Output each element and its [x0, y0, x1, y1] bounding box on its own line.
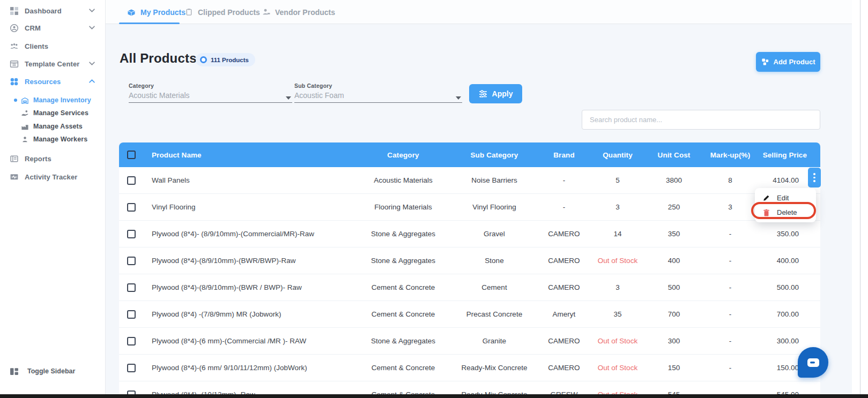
table-row: Plywood (8*4) -(7/8/9mm) MR (Jobwork) Ce… — [119, 301, 820, 328]
cell-category: Stone & Aggregates — [358, 337, 449, 345]
tab-label: My Products — [140, 8, 186, 17]
col-markup: Mark-up(%) — [701, 151, 760, 159]
row-checkbox[interactable] — [127, 310, 136, 319]
sidebar-item-label: Clients — [25, 42, 48, 50]
sidebar-item-label: Manage Assets — [33, 123, 83, 130]
sidebar-item-resources[interactable]: Resources — [0, 74, 106, 89]
sidebar-item-label: Manage Services — [33, 109, 88, 117]
toggle-sidebar-icon — [10, 367, 19, 376]
row-checkbox[interactable] — [127, 364, 136, 372]
row-checkbox[interactable] — [127, 176, 136, 185]
scrollbar-track[interactable] — [852, 0, 868, 398]
chevron-down-icon — [89, 9, 95, 12]
vendor-products-icon — [262, 8, 270, 16]
cell-product-name: Plywood (8*4) -(7/8/9mm) MR (Jobwork) — [143, 310, 358, 318]
main-area: My Products Clipped Products Vendor Prod… — [106, 0, 868, 398]
select-all-checkbox[interactable] — [127, 151, 136, 159]
search-input[interactable] — [582, 110, 820, 130]
chevron-down-icon — [89, 26, 95, 29]
cell-sub-category: Cement — [449, 283, 540, 291]
sidebar-item-label: CRM — [25, 24, 41, 32]
cell-product-name: Plywood (8*4)-(6 mm)-(Commercial /MR )- … — [143, 337, 358, 345]
cell-brand: CAMERO — [540, 257, 588, 265]
cell-selling-price: 350.00 — [760, 230, 820, 238]
cell-brand: CAMERO — [540, 337, 588, 345]
row-checkbox[interactable] — [127, 283, 136, 292]
manage-inventory-icon — [21, 96, 29, 104]
sidebar-item-crm[interactable]: CRM — [0, 20, 106, 35]
sidebar-item-template-center[interactable]: Template Center — [0, 56, 106, 71]
chat-bubble-icon — [807, 358, 820, 367]
cell-brand: CAMERO — [540, 364, 588, 372]
cell-unit-cost: 300 — [647, 337, 701, 345]
sidebar-item-dashboard[interactable]: Dashboard — [0, 3, 106, 18]
screen-bottom-bar — [0, 394, 868, 398]
apply-button[interactable]: Apply — [469, 84, 522, 103]
cell-quantity: Out of Stock — [588, 364, 647, 372]
cell-category: Stone & Aggregates — [358, 230, 449, 238]
cell-brand: CAMERO — [540, 230, 588, 238]
sliders-icon — [479, 90, 487, 97]
cell-sub-category: Precast Concrete — [449, 310, 540, 318]
edit-label: Edit — [777, 194, 789, 202]
cell-sub-category: Vinyl Flooring — [449, 203, 540, 211]
sidebar-item-manage-services[interactable]: Manage Services — [0, 106, 106, 121]
subcategory-select[interactable]: Acoustic Foam — [294, 89, 462, 103]
cell-quantity: 3 — [588, 203, 647, 211]
col-quantity: Quantity — [588, 151, 647, 159]
chevron-down-icon — [89, 62, 95, 65]
category-filter-label: Category — [129, 82, 154, 89]
table-row: Vinyl Flooring Flooring Materials Vinyl … — [119, 194, 820, 221]
tab-my-products[interactable]: My Products — [127, 0, 186, 24]
col-category: Category — [358, 151, 449, 159]
my-products-icon — [127, 8, 136, 17]
cell-brand: - — [540, 176, 588, 184]
add-product-button[interactable]: Add Product — [756, 52, 820, 72]
row-context-menu: Edit Delete — [755, 188, 816, 222]
sidebar-item-manage-workers[interactable]: Manage Workers — [0, 132, 106, 147]
sidebar-item-reports[interactable]: Reports — [0, 151, 106, 166]
activity-tracker-icon — [10, 172, 19, 182]
active-bullet — [14, 99, 17, 102]
chat-widget-button[interactable] — [798, 347, 828, 378]
sidebar-item-label: Resources — [25, 78, 61, 86]
clipped-products-icon — [185, 8, 193, 16]
row-checkbox[interactable] — [127, 337, 136, 346]
col-product-name: Product Name — [143, 151, 358, 159]
col-unit-cost: Unit Cost — [647, 151, 701, 159]
sidebar-item-activity-tracker[interactable]: Activity Tracker — [0, 169, 106, 184]
cell-brand: - — [540, 203, 588, 211]
sidebar-item-label: Reports — [25, 155, 51, 163]
cell-markup: - — [701, 310, 760, 318]
cell-markup: - — [701, 337, 760, 345]
table-row: Plywood (8*4)-(6 mm/ 9/10/11/12mm) (JobW… — [119, 355, 820, 381]
row-checkbox[interactable] — [127, 203, 136, 212]
toggle-sidebar-button[interactable]: Toggle Sidebar — [0, 364, 106, 379]
products-table: Product Name Category Sub Category Brand… — [119, 142, 820, 398]
cell-category: Cement & Concrete — [358, 364, 449, 372]
subcategory-filter-label: Sub Category — [294, 82, 332, 89]
row-checkbox[interactable] — [127, 230, 136, 238]
dropdown-arrow-icon — [286, 96, 291, 100]
apply-label: Apply — [492, 89, 513, 98]
category-select[interactable]: Acoustic Materials — [129, 89, 292, 103]
row-actions-button[interactable] — [808, 168, 821, 187]
cell-markup: 3 — [701, 203, 760, 211]
cell-sub-category: Noise Barriers — [449, 176, 540, 184]
sidebar-item-label: Template Center — [25, 60, 79, 68]
table-row: Plywood (8*4)-(6 mm)-(Commercial /MR )- … — [119, 328, 820, 355]
dashboard-icon — [10, 6, 19, 16]
cell-product-name: Plywood (8*4)-(8/9/10mm)-(BWR/BWP)-Raw — [143, 257, 358, 265]
cell-product-name: Plywood (8*4)-(6 mm/ 9/10/11/12mm) (JobW… — [143, 364, 358, 372]
context-menu-edit[interactable]: Edit — [755, 191, 816, 205]
cell-quantity: 14 — [588, 230, 647, 238]
context-menu-delete[interactable]: Delete — [755, 205, 816, 220]
row-checkbox[interactable] — [127, 257, 136, 265]
cell-category: Flooring Materials — [358, 203, 449, 211]
tab-vendor-products[interactable]: Vendor Products — [262, 0, 335, 24]
tab-label: Vendor Products — [275, 8, 335, 17]
cell-quantity: 35 — [588, 310, 647, 318]
tab-clipped-products[interactable]: Clipped Products — [185, 0, 260, 24]
edit-pencil-icon — [763, 194, 770, 201]
sidebar-item-clients[interactable]: Clients — [0, 39, 106, 54]
